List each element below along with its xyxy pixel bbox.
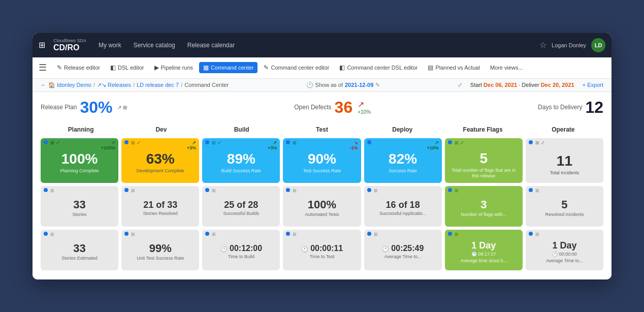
card-build-main[interactable]: ⊞ ⤢ ↗ +3% 89% Build Success Rate bbox=[202, 138, 280, 183]
nav-command-center-editor[interactable]: ✎ Command center editor bbox=[260, 62, 333, 73]
mid-label-flags: Number of flags with... bbox=[461, 212, 507, 217]
user-name: Logan Donley bbox=[552, 42, 586, 48]
blue-dot bbox=[124, 188, 128, 192]
clock-icon: 🕐 bbox=[382, 246, 389, 252]
dsl-editor-icon: ◧ bbox=[110, 64, 116, 71]
card-label: Planning Complete bbox=[60, 168, 99, 174]
breadcrumb-releases[interactable]: ↗↘ Releases bbox=[97, 82, 131, 88]
bot-label-flags: Average time since fi... bbox=[461, 258, 507, 263]
blue-dot bbox=[529, 232, 533, 236]
card-planning-main[interactable]: ⊞ ⤢ ↗ +100% 100% Planning Complete bbox=[41, 138, 118, 183]
mid-card-operate[interactable]: ⊞ 5 Resolved Incidents bbox=[526, 186, 603, 227]
show-as-of: 🕐 Show as of 2021-12-09 ✎ bbox=[306, 82, 380, 88]
change-val: +10% bbox=[427, 145, 438, 150]
mid-val-planning: 33 bbox=[73, 199, 85, 210]
card-deploy-main[interactable]: ↗ +10% 82% Success Rate bbox=[364, 138, 442, 183]
card-value: 100% bbox=[61, 152, 98, 166]
nav-service-catalog[interactable]: Service catalog bbox=[134, 42, 175, 49]
bot-label-dev: Unit Test Success Rate bbox=[137, 256, 184, 261]
edit-date-icon[interactable]: ✎ bbox=[375, 82, 380, 88]
bot-label-planning: Stories Estimated bbox=[61, 256, 98, 261]
breadcrumb-release[interactable]: LD release dec 7 bbox=[137, 82, 179, 88]
bot-card-deploy[interactable]: ⊞ 🕐 00:25:49 Average Time to... bbox=[364, 230, 442, 270]
settings-icon: ⊞ bbox=[293, 232, 297, 237]
star-icon[interactable]: ☆ bbox=[539, 40, 546, 50]
card-label: Development Complete bbox=[137, 168, 184, 174]
blue-dot bbox=[44, 232, 48, 236]
mid-label-operate: Resolved Incidents bbox=[545, 212, 584, 217]
nav-planned-vs-actual[interactable]: ▤ Planned vs Actual bbox=[424, 62, 484, 73]
bot-sublabel-operate: 🕐 00:00:00 bbox=[552, 252, 577, 257]
bot-card-test[interactable]: ⊞ 🕐 00:00:11 Time to Test bbox=[283, 230, 361, 270]
command-center-editor-icon: ✎ bbox=[264, 64, 269, 71]
bot-card-build[interactable]: ⊞ 🕐 00:12:00 Time to Build bbox=[202, 230, 280, 270]
col-header-deploy: Deploy bbox=[362, 124, 442, 135]
expand-icon: ⤢ bbox=[460, 140, 464, 145]
nav-command-center[interactable]: ▦ Command center bbox=[199, 62, 257, 73]
hamburger-icon[interactable]: ☰ bbox=[39, 62, 47, 73]
blue-dot bbox=[286, 188, 290, 192]
topbar-nav: My work Service catalog Release calendar bbox=[99, 42, 235, 49]
blue-dot bbox=[367, 188, 371, 192]
bot-card-flags[interactable]: ⊞ 1 Day 🕐 08:17:27 Average time since fi… bbox=[445, 230, 523, 270]
mid-cards-grid: ⊞ 33 Stories ⊞ 21 of 33 Stories Resolved… bbox=[41, 186, 603, 227]
topbar: ⊞ CloudBees SDA CD/RO My work Service ca… bbox=[33, 33, 611, 57]
mid-card-planning[interactable]: ⊞ 33 Stories bbox=[41, 186, 118, 227]
bot-sublabel-flags: 🕐 08:17:27 bbox=[471, 252, 496, 257]
mid-card-build[interactable]: ⊞ 25 of 28 Successful Builds bbox=[202, 186, 280, 227]
card-operate-main[interactable]: ⊞ ⤢ 11 Total Incidents bbox=[526, 138, 603, 183]
kpi-release-plan: Release Plan 30% ↗ ⊞ bbox=[41, 98, 127, 117]
blue-dot bbox=[124, 232, 128, 236]
card-dev-main[interactable]: ⊞ ⤢ ↗ +3% 63% Development Complete bbox=[121, 138, 199, 183]
mid-card-deploy[interactable]: ⊞ 16 of 18 Successful Applicatio... bbox=[364, 186, 442, 227]
nav-dsl-editor-label: DSL editor bbox=[118, 65, 144, 71]
settings-icon: ⊞ bbox=[50, 232, 54, 237]
mid-card-dev[interactable]: ⊞ 21 of 33 Stories Resolved bbox=[121, 186, 199, 227]
resize-icon: ⊞ bbox=[50, 140, 54, 145]
kpi-release-plan-label: Release Plan bbox=[41, 104, 77, 111]
avatar[interactable]: LD bbox=[591, 38, 605, 52]
resize-icon: ⊞ bbox=[535, 140, 539, 145]
card-label: Total number of flags that are in this r… bbox=[448, 168, 520, 179]
mid-val-flags: 3 bbox=[480, 199, 487, 210]
card-test-main[interactable]: ⊞ ↘ -1% 90% Test Success Rate bbox=[283, 138, 361, 183]
settings-icon: ⊞ bbox=[535, 232, 539, 237]
breadcrumb-idonley[interactable]: 🏠 Idonley Demo bbox=[48, 82, 91, 88]
bot-card-operate[interactable]: ⊞ 1 Day 🕐 00:00:00 Average Time to... bbox=[526, 230, 603, 270]
nav-release-editor[interactable]: ✎ Release editor bbox=[53, 62, 104, 73]
nav-release-calendar[interactable]: Release calendar bbox=[187, 42, 235, 49]
resize-icon: ⊞ bbox=[455, 140, 459, 145]
nav-pipeline-runs[interactable]: ▶ Pipeline runs bbox=[150, 62, 198, 73]
card-icons: ⊞ ⤢ bbox=[124, 140, 141, 145]
nav-command-center-dsl[interactable]: ◧ Command center DSL editor bbox=[335, 62, 422, 73]
blue-dot bbox=[205, 188, 209, 192]
col-header-feature-flags: Feature Flags bbox=[442, 124, 523, 135]
nav-planned-label: Planned vs Actual bbox=[435, 65, 479, 71]
blue-dot-icon bbox=[124, 140, 128, 144]
mid-card-flags[interactable]: ⊞ 3 Number of flags with... bbox=[445, 186, 523, 227]
change-val: +3% bbox=[268, 145, 277, 150]
card-label: Total Incidents bbox=[550, 170, 579, 176]
mid-label-test: Automated Tests bbox=[305, 212, 339, 217]
blue-dot-icon bbox=[286, 140, 290, 144]
nav-more-views[interactable]: More views... bbox=[486, 63, 527, 73]
card-feature-flags-main[interactable]: ⊞ ⤢ 5 Total number of flags that are in … bbox=[445, 138, 523, 183]
blue-dot bbox=[448, 188, 452, 192]
mid-card-test[interactable]: ⊞ 100% Automated Tests bbox=[283, 186, 361, 227]
export-button[interactable]: + Export bbox=[583, 82, 603, 88]
show-date[interactable]: 2021-12-09 bbox=[345, 82, 373, 88]
expand-icon[interactable]: ⤢ bbox=[458, 82, 462, 88]
top-cards-grid: ⊞ ⤢ ↗ +100% 100% Planning Complete ⊞ ⤢ bbox=[41, 138, 603, 183]
back-icon[interactable]: ← bbox=[41, 82, 46, 88]
bot-val-test: 🕐 00:00:11 bbox=[301, 244, 343, 253]
nav-dsl-editor[interactable]: ◧ DSL editor bbox=[106, 62, 148, 73]
pipeline-icon: ▶ bbox=[154, 64, 159, 71]
bot-card-dev[interactable]: ⊞ 99% Unit Test Success Rate bbox=[121, 230, 199, 270]
command-center-dsl-icon: ◧ bbox=[339, 64, 345, 71]
nav-command-center-label: Command center bbox=[211, 65, 253, 71]
settings-icon: ⊞ bbox=[293, 188, 297, 193]
nav-my-work[interactable]: My work bbox=[99, 42, 121, 49]
bot-card-planning[interactable]: ⊞ 33 Stories Estimated bbox=[41, 230, 118, 270]
card-change: ↗ +100% bbox=[101, 140, 115, 150]
release-editor-icon: ✎ bbox=[57, 64, 62, 71]
